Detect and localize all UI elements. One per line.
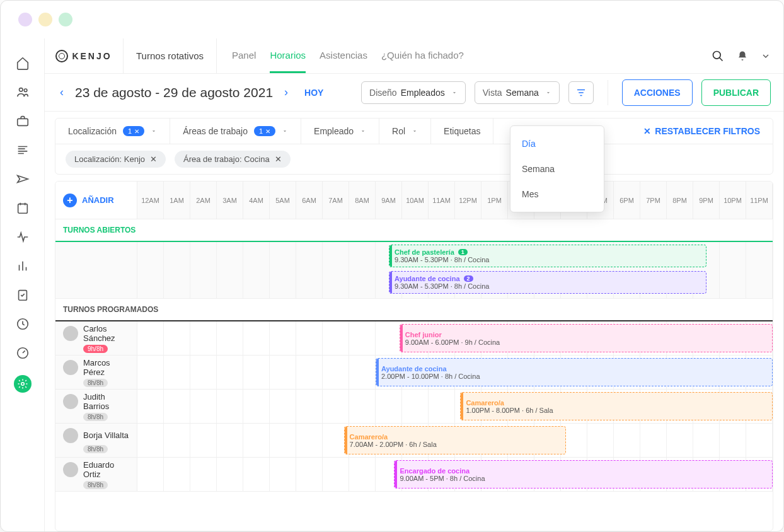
- grid-cell[interactable]: [190, 424, 217, 457]
- design-select[interactable]: Diseño Empleados: [361, 81, 466, 104]
- grid-cell[interactable]: [270, 356, 296, 389]
- clock-icon[interactable]: [16, 317, 30, 331]
- filter-badge[interactable]: 1✕: [254, 126, 275, 136]
- nav-quien[interactable]: ¿Quién ha fichado?: [381, 38, 464, 73]
- publicar-button[interactable]: PUBLICAR: [701, 79, 771, 106]
- grid-cell[interactable]: [137, 321, 164, 355]
- filter-toggle-button[interactable]: [568, 81, 594, 104]
- grid-cell[interactable]: [243, 458, 270, 491]
- grid-cell[interactable]: [296, 321, 323, 355]
- grid-cell[interactable]: [137, 356, 164, 389]
- filter-rol[interactable]: Rol: [379, 119, 431, 144]
- grid-cell[interactable]: [164, 356, 190, 389]
- shift-block[interactable]: Encargado de cocina9.00AM - 5PM · 8h / C…: [394, 460, 773, 489]
- grid-cell[interactable]: [296, 458, 323, 491]
- view-option-day[interactable]: Día: [510, 131, 604, 156]
- list-icon[interactable]: [16, 143, 30, 157]
- shift-block[interactable]: Chef de pastelería19.30AM - 5.30PM · 8h …: [389, 245, 706, 267]
- grid-cell[interactable]: [190, 242, 217, 298]
- grid-cell[interactable]: [349, 242, 376, 298]
- logo[interactable]: KENJO: [45, 38, 124, 73]
- grid-cell[interactable]: [323, 458, 349, 491]
- grid-cell[interactable]: [323, 390, 349, 423]
- grid-cell[interactable]: [217, 458, 243, 491]
- grid-cell[interactable]: [667, 424, 693, 457]
- home-icon[interactable]: [16, 56, 30, 70]
- filter-areas[interactable]: Áreas de trabajo 1✕: [170, 119, 301, 144]
- grid-cell[interactable]: [349, 458, 376, 491]
- settings-icon[interactable]: [14, 375, 32, 393]
- nav-panel[interactable]: Panel: [232, 38, 256, 73]
- grid-cell[interactable]: [376, 321, 402, 355]
- grid-cell[interactable]: [349, 321, 376, 355]
- grid-cell[interactable]: [693, 424, 720, 457]
- chevron-down-icon[interactable]: [761, 51, 771, 61]
- search-icon[interactable]: [712, 50, 724, 62]
- grid-cell[interactable]: [190, 356, 217, 389]
- grid-cell[interactable]: [296, 390, 323, 423]
- grid-cell[interactable]: [587, 424, 614, 457]
- grid-cell[interactable]: [376, 390, 402, 423]
- grid-cell[interactable]: [323, 321, 349, 355]
- grid-cell[interactable]: [640, 424, 667, 457]
- grid-cell[interactable]: [402, 390, 429, 423]
- team-icon[interactable]: [16, 85, 30, 99]
- reset-filters-button[interactable]: ✕ RESTABLECER FILTROS: [631, 119, 773, 144]
- shift-block[interactable]: Ayudante de cocina29.30AM - 5.30PM · 8h …: [389, 271, 706, 294]
- filter-badge[interactable]: 1✕: [123, 126, 144, 136]
- activity-icon[interactable]: [16, 230, 30, 244]
- grid-cell[interactable]: [243, 424, 270, 457]
- add-shift-button[interactable]: + AÑADIR: [63, 194, 114, 207]
- grid-cell[interactable]: [614, 424, 640, 457]
- nav-asistencias[interactable]: Asistencias: [320, 38, 367, 73]
- grid-cell[interactable]: [746, 424, 773, 457]
- filter-localizacion[interactable]: Localización 1✕: [55, 119, 170, 144]
- grid-cell[interactable]: [720, 424, 746, 457]
- prev-week-button[interactable]: ‹: [57, 86, 66, 99]
- nav-horarios[interactable]: Horarios: [270, 38, 306, 73]
- grid-cell[interactable]: [137, 390, 164, 423]
- gauge-icon[interactable]: [16, 346, 30, 360]
- grid-cell[interactable]: [270, 458, 296, 491]
- grid-cell[interactable]: [323, 242, 349, 298]
- grid-cell[interactable]: [429, 390, 455, 423]
- plane-icon[interactable]: [16, 172, 30, 186]
- grid-cell[interactable]: [137, 424, 164, 457]
- shift-block[interactable]: Chef junior9.00AM - 6.00PM · 9h / Cocina: [400, 324, 773, 352]
- grid-cell[interactable]: [323, 356, 349, 389]
- grid-cell[interactable]: [243, 356, 270, 389]
- grid-cell[interactable]: [164, 242, 190, 298]
- grid-cell[interactable]: [137, 242, 164, 298]
- grid-cell[interactable]: [270, 424, 296, 457]
- chip-remove-button[interactable]: ✕: [150, 154, 157, 164]
- chart-icon[interactable]: [16, 259, 30, 273]
- chip-remove-button[interactable]: ✕: [275, 154, 282, 164]
- shift-block[interactable]: Camarero/a1.00PM - 8.00PM · 6h / Sala: [460, 392, 773, 420]
- grid-cell[interactable]: [296, 356, 323, 389]
- grid-cell[interactable]: [164, 390, 190, 423]
- shift-block[interactable]: Camarero/a7.00AM - 2.00PM · 6h / Sala: [344, 426, 567, 454]
- view-option-month[interactable]: Mes: [510, 182, 604, 207]
- grid-cell[interactable]: [217, 356, 243, 389]
- grid-cell[interactable]: [190, 458, 217, 491]
- grid-cell[interactable]: [190, 321, 217, 355]
- grid-cell[interactable]: [746, 242, 773, 298]
- grid-cell[interactable]: [217, 390, 243, 423]
- grid-cell[interactable]: [270, 242, 296, 298]
- grid-cell[interactable]: [190, 390, 217, 423]
- grid-cell[interactable]: [296, 242, 323, 298]
- briefcase-icon[interactable]: [16, 114, 30, 128]
- bell-icon[interactable]: [737, 50, 748, 62]
- grid-cell[interactable]: [349, 390, 376, 423]
- grid-cell[interactable]: [720, 242, 746, 298]
- grid-cell[interactable]: [164, 458, 190, 491]
- shift-block[interactable]: Ayudante de cocina2.00PM - 10.00PM · 8h …: [376, 358, 773, 386]
- filter-etiquetas[interactable]: Etiquetas: [431, 119, 493, 144]
- grid-cell[interactable]: [270, 390, 296, 423]
- grid-cell[interactable]: [217, 424, 243, 457]
- grid-cell[interactable]: [243, 390, 270, 423]
- clipboard-check-icon[interactable]: [16, 288, 30, 302]
- grid-cell[interactable]: [164, 321, 190, 355]
- grid-cell[interactable]: [296, 424, 323, 457]
- view-select[interactable]: Vista Semana: [475, 81, 560, 104]
